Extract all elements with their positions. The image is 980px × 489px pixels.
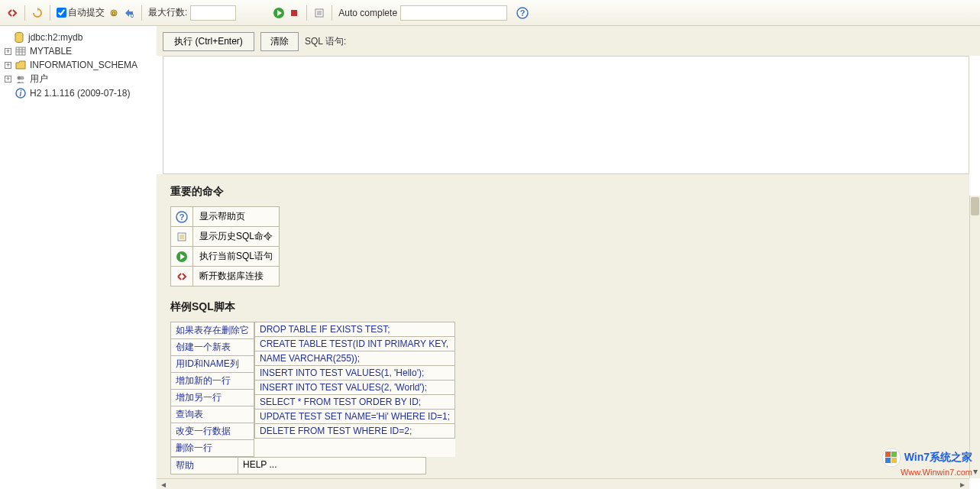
separator — [24, 5, 25, 21]
sample-sql: INSERT INTO TEST VALUES(2, 'World'); — [255, 381, 455, 395]
horizontal-scrollbar[interactable]: ◂ ▸ — [157, 478, 969, 489]
database-icon — [13, 31, 25, 44]
svg-text:0: 0 — [112, 10, 116, 17]
separator — [306, 5, 307, 21]
svg-text:i: i — [20, 89, 22, 98]
important-heading: 重要的命令 — [170, 185, 956, 199]
sample-link[interactable]: 创建一个新表 — [171, 339, 254, 356]
separator — [332, 5, 332, 21]
svg-point-18 — [21, 76, 24, 79]
sidebar-item-table[interactable]: + MYTABLE — [3, 44, 154, 58]
sample-sql: DROP TABLE IF EXISTS TEST; — [255, 322, 455, 337]
folder-icon — [15, 59, 27, 71]
command-text: 执行当前SQL语句 — [193, 247, 280, 267]
run-button[interactable]: 执行 (Ctrl+Enter) — [163, 32, 254, 51]
svg-text:0: 0 — [131, 13, 134, 18]
svg-rect-12 — [16, 47, 25, 55]
command-text: 断开数据库连接 — [193, 267, 280, 287]
help-link[interactable]: 帮助 — [171, 458, 238, 474]
command-row[interactable]: 执行当前SQL语句 — [171, 247, 280, 267]
svg-rect-29 — [885, 452, 891, 457]
disconnect-icon[interactable] — [6, 7, 18, 19]
content: jdbc:h2:mydb + MYTABLE + INFORMATION_SCH… — [0, 26, 980, 489]
maxrows-input[interactable] — [190, 5, 236, 21]
command-row[interactable]: 显示历史SQL命令 — [171, 227, 280, 247]
users-icon — [15, 73, 27, 86]
sample-sql: CREATE TABLE TEST(ID INT PRIMARY KEY, — [255, 337, 455, 351]
sample-heading: 样例SQL脚本 — [170, 300, 956, 314]
expand-icon[interactable]: + — [5, 48, 11, 55]
windows-icon — [881, 448, 901, 468]
sample-link[interactable]: 改变一行数据 — [171, 423, 254, 440]
sample-link[interactable]: 用ID和NAME列 — [171, 356, 254, 373]
sample-link[interactable]: 增加新的一行 — [171, 373, 254, 390]
rollback-icon[interactable]: 0 — [123, 7, 135, 19]
run-icon[interactable] — [273, 7, 285, 19]
commands-table: ? 显示帮助页 显示历史SQL命令 执行当前SQL语句 断开数据库连接 — [170, 206, 280, 287]
sample-sql: UPDATE TEST SET NAME='Hi' WHERE ID=1; — [255, 410, 455, 424]
watermark-url: Www.Winwin7.com — [881, 468, 972, 477]
sql-bar: 执行 (Ctrl+Enter) 清除 SQL 语句: — [157, 26, 980, 56]
stop-icon[interactable] — [288, 7, 300, 19]
autocommit-checkbox[interactable]: 自动提交 — [57, 6, 105, 19]
separator — [141, 5, 142, 21]
svg-rect-4 — [291, 10, 297, 16]
main-panel: 执行 (Ctrl+Enter) 清除 SQL 语句: 重要的命令 ? 显示帮助页… — [157, 26, 980, 489]
scroll-thumb[interactable] — [971, 197, 979, 215]
svg-rect-30 — [891, 452, 897, 457]
sample-link[interactable]: 如果表存在删除它 — [171, 322, 254, 339]
autocommit-input[interactable] — [57, 8, 66, 18]
scroll-right-icon[interactable]: ▸ — [957, 480, 968, 488]
sample-sql: NAME VARCHAR(255)); — [255, 351, 455, 366]
history-icon[interactable] — [313, 7, 325, 19]
svg-text:?: ? — [520, 8, 526, 18]
help-sql: HELP ... — [238, 458, 426, 474]
sample-link[interactable]: 查询表 — [171, 406, 254, 423]
sample-table: 如果表存在删除它 创建一个新表 用ID和NAME列 增加新的一行 增加另一行 查… — [170, 322, 455, 457]
svg-text:?: ? — [180, 212, 185, 222]
separator — [50, 5, 50, 21]
sample-link[interactable]: 增加另一行 — [171, 390, 254, 406]
sidebar-item-info[interactable]: i H2 1.1.116 (2009-07-18) — [3, 86, 154, 100]
help-icon[interactable]: ? — [516, 7, 529, 19]
autocomplete-label: Auto complete — [338, 8, 397, 18]
help-icon: ? — [176, 211, 188, 223]
clear-button[interactable]: 清除 — [260, 32, 299, 51]
autocommit-label: 自动提交 — [68, 6, 105, 19]
help-table: 帮助 HELP ... — [170, 457, 426, 474]
vertical-scrollbar[interactable]: ▾ — [969, 196, 980, 478]
toolbar: 自动提交 0 0 最大行数: Auto complete ? — [0, 0, 980, 26]
run-icon — [176, 251, 188, 263]
sample-sql: DELETE FROM TEST WHERE ID=2; — [255, 424, 455, 439]
sql-prompt: SQL 语句: — [305, 35, 346, 48]
scroll-left-icon[interactable]: ◂ — [158, 480, 169, 488]
sidebar-item-users[interactable]: + 用户 — [3, 72, 154, 86]
expand-icon[interactable]: + — [5, 62, 11, 69]
sidebar-item-schema[interactable]: + INFORMATION_SCHEMA — [3, 58, 154, 72]
tree-label: INFORMATION_SCHEMA — [30, 60, 137, 70]
expand-icon[interactable]: + — [5, 76, 11, 83]
sidebar: jdbc:h2:mydb + MYTABLE + INFORMATION_SCH… — [0, 26, 157, 489]
svg-rect-31 — [885, 458, 891, 463]
table-icon — [15, 45, 27, 57]
tree-label: MYTABLE — [30, 46, 72, 57]
tree-label: H2 1.1.116 (2009-07-18) — [30, 88, 130, 99]
command-row[interactable]: 断开数据库连接 — [171, 267, 280, 287]
sample-sql: SELECT * FROM TEST ORDER BY ID; — [255, 395, 455, 410]
sample-link[interactable]: 删除一行 — [171, 440, 254, 457]
command-row[interactable]: ? 显示帮助页 — [171, 207, 280, 227]
history-icon — [176, 231, 188, 243]
info-icon: i — [15, 87, 27, 99]
sample-sql: INSERT INTO TEST VALUES(1, 'Hello'); — [255, 366, 455, 381]
command-text: 显示帮助页 — [193, 207, 280, 227]
disconnect-icon — [176, 270, 188, 283]
watermark-title: Win7系统之家 — [904, 451, 972, 465]
tree-label: 用户 — [30, 73, 48, 86]
maxrows-label: 最大行数: — [148, 6, 187, 19]
sql-textarea[interactable] — [163, 56, 969, 174]
command-text: 显示历史SQL命令 — [193, 227, 280, 247]
sidebar-item-database[interactable]: jdbc:h2:mydb — [3, 31, 154, 44]
autocomplete-input[interactable] — [400, 5, 507, 21]
refresh-icon[interactable] — [31, 7, 44, 19]
commit-icon[interactable]: 0 — [108, 7, 120, 19]
